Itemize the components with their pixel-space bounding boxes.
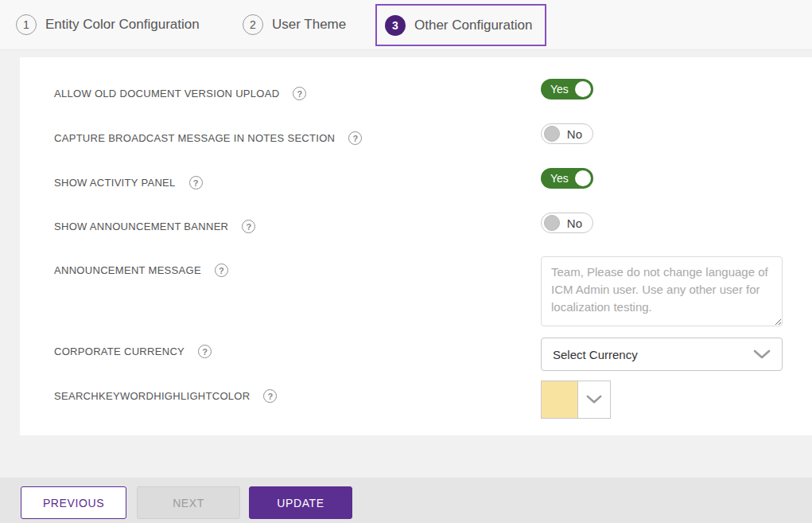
tab-label: Entity Color Configuration	[45, 17, 200, 33]
toggle-capture-broadcast-message[interactable]: No	[541, 123, 593, 144]
setting-row: SHOW ACTIVITY PANEL ?	[54, 176, 203, 189]
other-configuration-panel: ALLOW OLD DOCUMENT VERSION UPLOAD ? Yes …	[20, 57, 812, 435]
chevron-down-icon	[753, 349, 771, 360]
setting-label: CAPTURE BROADCAST MESSAGE IN NOTES SECTI…	[54, 132, 335, 144]
setting-label: ALLOW OLD DOCUMENT VERSION UPLOAD	[54, 88, 279, 100]
tab-label: Other Configuration	[414, 18, 532, 33]
next-button[interactable]: NEXT	[137, 486, 240, 519]
tab-user-theme[interactable]: 2 User Theme	[243, 0, 346, 49]
setting-label: SHOW ANNOUNCEMENT BANNER	[54, 221, 228, 232]
step-indicator: 1	[16, 14, 37, 35]
selected-currency-value: Select Currency	[553, 348, 638, 361]
search-keyword-highlight-color-picker[interactable]	[541, 381, 611, 419]
announcement-message-textarea[interactable]	[541, 256, 783, 326]
toggle-show-announcement-banner[interactable]: No	[541, 213, 593, 233]
update-button[interactable]: UPDATE	[249, 486, 352, 519]
setting-label: CORPORATE CURRENCY	[54, 345, 185, 357]
toggle-allow-old-document-version-upload[interactable]: Yes	[541, 79, 593, 100]
corporate-currency-select[interactable]: Select Currency	[541, 338, 783, 371]
setting-label: SEARCHKEYWORDHIGHLIGHTCOLOR	[54, 390, 250, 402]
help-icon[interactable]: ?	[215, 263, 228, 277]
setting-label: SHOW ACTIVITY PANEL	[54, 177, 176, 189]
help-icon[interactable]: ?	[242, 220, 255, 233]
step-indicator: 2	[243, 14, 263, 35]
help-icon[interactable]: ?	[189, 176, 203, 189]
setting-row: CORPORATE CURRENCY ?	[54, 345, 212, 358]
previous-button[interactable]: PREVIOUS	[21, 486, 126, 519]
tab-other-configuration[interactable]: 3 Other Configuration	[375, 4, 546, 46]
toggle-state-label: Yes	[550, 83, 569, 96]
toggle-knob	[575, 170, 591, 186]
setting-row: SEARCHKEYWORDHIGHLIGHTCOLOR ?	[54, 389, 277, 403]
tab-entity-color-configuration[interactable]: 1 Entity Color Configuration	[16, 0, 200, 49]
setting-row: SHOW ANNOUNCEMENT BANNER ?	[54, 220, 255, 233]
setting-row: ANNOUNCEMENT MESSAGE ?	[54, 263, 228, 277]
step-indicator-active: 3	[385, 15, 406, 36]
help-icon[interactable]: ?	[293, 87, 306, 100]
tab-label: User Theme	[272, 17, 346, 33]
toggle-state-label: No	[567, 217, 582, 230]
toggle-knob	[544, 126, 560, 142]
step-tabs-bar: 1 Entity Color Configuration 2 User Them…	[0, 0, 812, 50]
toggle-state-label: No	[567, 127, 582, 141]
setting-row: CAPTURE BROADCAST MESSAGE IN NOTES SECTI…	[54, 131, 362, 145]
footer-action-bar: PREVIOUS NEXT UPDATE	[0, 478, 812, 523]
toggle-show-activity-panel[interactable]: Yes	[541, 168, 593, 189]
color-swatch	[542, 381, 578, 418]
setting-row: ALLOW OLD DOCUMENT VERSION UPLOAD ?	[54, 87, 306, 100]
toggle-knob	[544, 215, 560, 231]
help-icon[interactable]: ?	[198, 345, 212, 358]
help-icon[interactable]: ?	[263, 389, 277, 403]
setting-label: ANNOUNCEMENT MESSAGE	[54, 264, 201, 276]
help-icon[interactable]: ?	[348, 131, 362, 145]
chevron-down-icon	[586, 395, 602, 404]
toggle-state-label: Yes	[550, 172, 569, 185]
toggle-knob	[575, 81, 591, 97]
